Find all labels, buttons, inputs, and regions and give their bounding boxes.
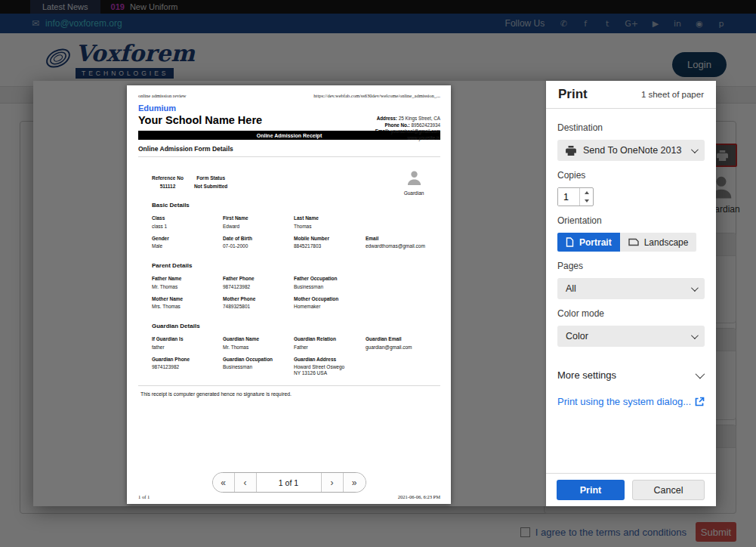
printer-icon bbox=[566, 146, 576, 156]
field-label: Reference No bbox=[152, 175, 184, 181]
copies-spinner bbox=[579, 188, 593, 206]
field-value: Not Submitted bbox=[194, 184, 227, 189]
cancel-button[interactable]: Cancel bbox=[632, 480, 705, 500]
copies-input[interactable] bbox=[558, 188, 579, 206]
pager-last-button: » bbox=[344, 473, 366, 492]
doc-guardian-photo: Guardian bbox=[398, 169, 430, 196]
field-label: Mobile Number bbox=[294, 236, 366, 241]
field-cell: Father Phone9874123982 bbox=[223, 276, 294, 290]
field-label: Mother Occupation bbox=[294, 296, 366, 301]
field-cell: Mother OccupationHomemaker bbox=[294, 296, 366, 311]
field-value: 8845217803 bbox=[294, 243, 366, 249]
doc-contact-label: Website: bbox=[386, 135, 406, 141]
field-label: If Guardian Is bbox=[152, 336, 223, 341]
field-value: 7489325801 bbox=[223, 304, 294, 310]
field-cell: Guardian AddressHoward Street Oswego NY … bbox=[294, 357, 366, 377]
field-cell: If Guardian Isfather bbox=[152, 336, 223, 351]
doc-contact-label: Email: bbox=[375, 128, 390, 134]
field-label: Father Occupation bbox=[294, 276, 366, 281]
field-value: 07-01-2000 bbox=[223, 243, 294, 249]
field-label: Guardian Occupation bbox=[223, 357, 294, 362]
field-cell: GenderMale bbox=[152, 236, 223, 250]
person-icon bbox=[406, 169, 423, 186]
destination-select[interactable]: Send To OneNote 2013 bbox=[557, 140, 705, 161]
portrait-button[interactable]: Portrait bbox=[557, 233, 620, 252]
pager-next-button: › bbox=[322, 473, 344, 492]
chevron-up-icon bbox=[585, 191, 589, 194]
print-preview-dialog: online admission review https://dev.webf… bbox=[33, 81, 716, 506]
field-value: edwardthomas@gmail.com bbox=[366, 243, 440, 249]
doc-contact-block: Address: 25 Kings Street, CAPhone No.: 8… bbox=[375, 116, 440, 141]
more-settings-toggle[interactable]: More settings bbox=[557, 369, 705, 381]
doc-reference: Reference No511112Form StatusNot Submitt… bbox=[152, 175, 227, 189]
field-value: Homemaker bbox=[294, 304, 366, 310]
field-row: GenderMaleDate of Birth07-01-2000Mobile … bbox=[138, 236, 440, 250]
field-cell: Classclass 1 bbox=[152, 215, 223, 230]
field-value: guardian@gmail.com bbox=[366, 345, 440, 351]
doc-contact-line: Website: www.yoursite.in bbox=[375, 135, 440, 142]
doc-reference-row: Reference No511112Form StatusNot Submitt… bbox=[138, 175, 440, 189]
orientation-label: Orientation bbox=[557, 215, 705, 226]
doc-contact-label: Address: bbox=[377, 116, 397, 121]
field-label: Email bbox=[366, 236, 440, 241]
doc-note: This receipt is computer generated hence… bbox=[138, 385, 440, 397]
field-label: Guardian Name bbox=[223, 336, 294, 341]
field-row: Mother NameMrs. ThomasMother Phone748932… bbox=[138, 296, 440, 311]
field-label: Guardian Phone bbox=[152, 357, 223, 362]
spinner-down-button[interactable] bbox=[580, 197, 593, 206]
field-cell: Mother Phone7489325801 bbox=[223, 296, 294, 311]
field-cell: Last NameThomas bbox=[294, 215, 366, 230]
field-row: If Guardian IsfatherGuardian NameMr. Tho… bbox=[138, 336, 440, 351]
doc-sections: Basic DetailsClassclass 1First NameEdwar… bbox=[138, 202, 440, 376]
pager-first-button: « bbox=[213, 473, 235, 492]
system-dialog-link[interactable]: Print using the system dialog... bbox=[557, 396, 705, 407]
report-pager: « ‹ 1 of 1 › » bbox=[212, 472, 366, 493]
field-cell: Guardian OccupationBusinessman bbox=[223, 357, 294, 377]
doc-contact-label: Phone No.: bbox=[384, 122, 409, 128]
field-label: Gender bbox=[152, 236, 223, 241]
field-label: Mother Phone bbox=[223, 296, 294, 301]
print-title: Print bbox=[558, 87, 588, 102]
doc-contact-line: Phone No.: 89562423934 bbox=[375, 122, 440, 129]
color-mode-value: Color bbox=[566, 331, 588, 341]
field-cell: First NameEdward bbox=[223, 215, 294, 230]
print-settings-panel: Print 1 sheet of paper Destination Send … bbox=[546, 81, 716, 506]
field-value: Male bbox=[152, 243, 223, 249]
chevron-down-icon bbox=[691, 332, 699, 339]
color-mode-select[interactable]: Color bbox=[557, 326, 705, 347]
field-cell: Mobile Number8845217803 bbox=[294, 236, 366, 250]
field-label: Form Status bbox=[194, 175, 227, 181]
spinner-up-button[interactable] bbox=[580, 188, 593, 197]
pages-select[interactable]: All bbox=[557, 278, 705, 299]
chevron-down-icon bbox=[585, 199, 589, 202]
field-value: 511112 bbox=[152, 184, 184, 189]
field-label: Father Phone bbox=[223, 276, 294, 281]
print-footer-date: 2021-06-06, 6:23 PM bbox=[398, 494, 440, 499]
field-cell: Father OccupationBusinessman bbox=[294, 276, 366, 290]
field-row: Father NameMr. ThomasFather Phone9874123… bbox=[138, 276, 440, 290]
pager-page-label: 1 of 1 bbox=[257, 473, 322, 492]
pages-label: Pages bbox=[557, 261, 705, 271]
doc-contact-line: Address: 25 Kings Street, CA bbox=[375, 116, 440, 122]
field-value: Mrs. Thomas bbox=[152, 304, 223, 310]
print-button[interactable]: Print bbox=[557, 480, 625, 500]
field-value: Mr. Thomas bbox=[152, 284, 223, 290]
field-value: 9874123982 bbox=[152, 364, 223, 370]
field-value: Thomas bbox=[294, 224, 366, 230]
portrait-icon bbox=[566, 237, 574, 247]
browser-print-footer: 1 of 1 2021-06-06, 6:23 PM bbox=[138, 494, 440, 499]
landscape-icon bbox=[628, 238, 639, 246]
landscape-button[interactable]: Landscape bbox=[620, 233, 697, 252]
section-title: Guardian Details bbox=[138, 323, 440, 329]
field-cell: Emailedwardthomas@gmail.com bbox=[366, 236, 440, 250]
doc-guardian-caption: Guardian bbox=[398, 190, 430, 196]
reference-cell: Form StatusNot Submitted bbox=[194, 175, 227, 189]
print-panel-footer: Print Cancel bbox=[546, 473, 716, 506]
document-sheet: online admission review https://dev.webf… bbox=[127, 85, 451, 504]
doc-form-title: Online Admission Form Details bbox=[138, 145, 440, 157]
field-value: Mr. Thomas bbox=[223, 345, 294, 351]
field-label: First Name bbox=[223, 215, 294, 221]
print-header-url: https://dev.webfab.com/ss630dev/welcome/… bbox=[313, 93, 440, 98]
sheet-count: 1 sheet of paper bbox=[641, 90, 704, 99]
field-row: Classclass 1First NameEdwardLast NameTho… bbox=[138, 215, 440, 230]
